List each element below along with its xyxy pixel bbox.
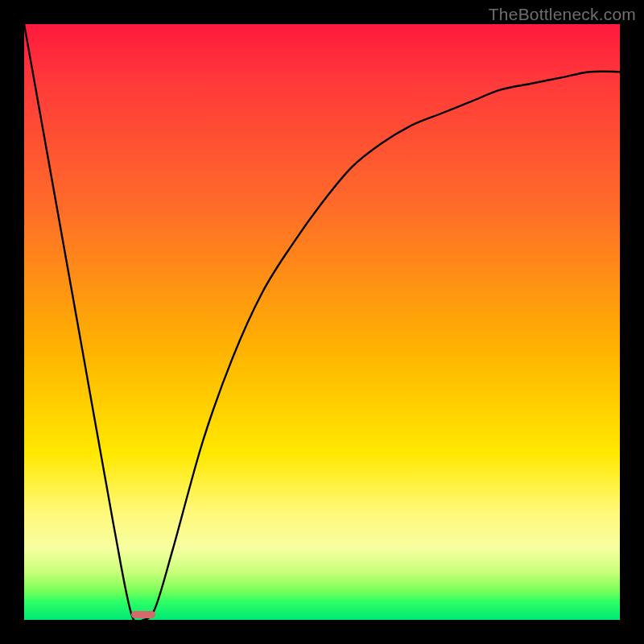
watermark-text: TheBottleneck.com: [489, 5, 636, 24]
chart-plot-area: [24, 24, 620, 620]
chart-frame: TheBottleneck.com: [0, 0, 644, 644]
bottleneck-curve: [24, 24, 620, 620]
chart-curve-svg: [24, 24, 620, 620]
optimal-marker: [131, 611, 155, 618]
